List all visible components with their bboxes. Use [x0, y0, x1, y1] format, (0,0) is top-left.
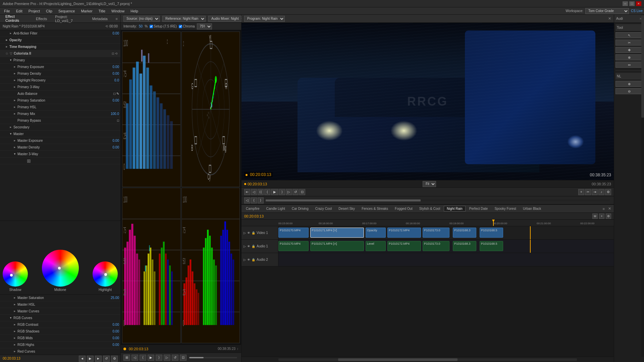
source-mark-out[interactable]: ▷	[164, 355, 170, 361]
left-loop-btn[interactable]: ↺	[103, 356, 110, 362]
effect-row-opacity[interactable]: ► Opacity	[0, 37, 120, 44]
menu-edit[interactable]: Edit	[13, 8, 25, 14]
source-progress-bar[interactable]	[189, 357, 237, 358]
chroma-checkbox[interactable]: Chroma	[179, 24, 195, 28]
effect-row-highlight-recovery[interactable]: ► Highlight Recovery 0.0	[0, 77, 120, 84]
seq-tab-car[interactable]: Car Driving	[289, 206, 312, 212]
setup-check[interactable]	[150, 25, 153, 28]
tl-add-marker[interactable]: M	[592, 214, 598, 219]
pgm-step-out-btn[interactable]: ⇤	[244, 189, 250, 195]
pgm-add-track-btn[interactable]: +	[578, 189, 584, 195]
effect-row-rgb-contrast[interactable]: ► RGB Contrast 0.00	[0, 321, 120, 328]
zoom-dropdown[interactable]: 75%	[197, 23, 212, 29]
pgm-scrubbar[interactable]	[266, 199, 610, 201]
cs-live-label[interactable]: CS Live	[631, 9, 643, 13]
source-loop[interactable]: ↺	[172, 355, 178, 361]
seq-tab-fences[interactable]: Fences & Streaks	[359, 206, 391, 212]
clip-p1010173a[interactable]: P1010173.0	[423, 241, 449, 251]
pgm-next2-btn[interactable]: ⟩	[258, 197, 264, 203]
clip-p1010172v[interactable]: P1010172.MP4	[387, 228, 421, 238]
tab-project[interactable]: Project: LD_vol1_7	[52, 14, 87, 23]
left-play-btn[interactable]: ▶	[87, 356, 94, 362]
pgm-prev-btn[interactable]: ⟨⟨	[258, 189, 264, 195]
pgm-in2-btn[interactable]: ◁	[244, 197, 250, 203]
seq-tab-desert[interactable]: Desert Sky	[335, 206, 358, 212]
clip-p1010168-5v[interactable]: P1010168.5	[480, 228, 503, 238]
grid-icon[interactable]: ⊞	[13, 158, 31, 164]
video-track-lock[interactable]: 🔒	[252, 231, 255, 235]
effect-row-rgb-highs[interactable]: ► RGB Highs 0.00	[0, 342, 120, 348]
audio2-toggle[interactable]: ▷	[244, 258, 246, 261]
source-timecode[interactable]: 00:20:03:13	[126, 347, 151, 351]
seq-tab-candle[interactable]: Candle Light	[263, 206, 288, 212]
effect-row-primary-mix[interactable]: ► Primary Mix 100.0	[0, 111, 120, 117]
clip-p1010173v[interactable]: P1010173.0	[423, 228, 449, 238]
pgm-next-step-btn[interactable]: ⟩	[279, 189, 285, 195]
colorista-icons[interactable]: ⊡ ⟲	[112, 52, 118, 55]
program-dropdown[interactable]: Program: Night Rain	[244, 16, 285, 22]
seq-tab-spooky[interactable]: Spooky Forest	[491, 206, 519, 212]
pgm-in-btn[interactable]: ◁	[251, 189, 257, 195]
effect-row-primary-3way[interactable]: ► Primary 3-Way	[0, 84, 120, 90]
effect-row-grid[interactable]: ⊞	[0, 158, 120, 164]
effect-row-master-density[interactable]: ► Master Density 0.00	[0, 144, 120, 151]
effect-row-primary-sat[interactable]: ► Primary Saturation 0.00	[0, 97, 120, 104]
toolbar-select-tool[interactable]: ↖	[615, 32, 643, 38]
effect-row-antiflicker[interactable]: ► Anti-flicker Filter 0.00	[0, 30, 120, 37]
seq-tab-crazy[interactable]: Crazy Cool	[312, 206, 335, 212]
effect-row-rgb-mids[interactable]: ► RGB Mids 0.00	[0, 335, 120, 342]
tl-add-track[interactable]: +	[599, 214, 604, 219]
pgm-back-btn[interactable]: ⟨	[251, 197, 257, 203]
tab-effect-controls[interactable]: Effect Controls	[3, 14, 31, 24]
audio-mixer-dropdown[interactable]: Audio Mixer: Night	[208, 16, 246, 22]
reference-dropdown[interactable]: Reference: Night Rain	[162, 16, 206, 22]
pgm-export-btn[interactable]: ⇥	[592, 189, 598, 195]
setup-checkbox[interactable]: Setup (7.5 IRE)	[150, 24, 177, 28]
clip-p1010168-3a[interactable]: P1010168.3	[453, 241, 476, 251]
effect-row-master-exposure[interactable]: ► Master Exposure 0.00	[0, 137, 120, 144]
tab-effects[interactable]: Effects	[33, 16, 50, 21]
effect-row-auto-balance[interactable]: Auto Balance □ ✎	[0, 90, 120, 97]
maximize-button[interactable]: □	[629, 1, 635, 6]
clip-level[interactable]: Level	[366, 241, 386, 251]
workspace-dropdown[interactable]: Tom Color Grade	[585, 8, 629, 14]
video-track-content[interactable]: P1010170.MP4 P1010171.MP4 [V] Opacity P1…	[278, 226, 614, 239]
clip-opacity[interactable]: Opacity	[366, 228, 386, 238]
pgm-loop-btn[interactable]: ↺	[292, 189, 299, 195]
midtone-wheel[interactable]	[42, 250, 79, 287]
audio1-lock[interactable]: 🔒	[252, 245, 255, 248]
left-prev-btn[interactable]: ◄	[79, 356, 86, 362]
clip-p1010170v[interactable]: P1010170.MP4	[278, 228, 309, 238]
left-next-btn[interactable]: ►	[95, 356, 102, 362]
pgm-trim-btn[interactable]: ✂	[585, 189, 591, 195]
source-dropdown[interactable]: Source: (no clips)	[123, 16, 160, 22]
horizontal-scrollbar[interactable]	[278, 358, 577, 361]
source-mark-in[interactable]: ◁	[131, 355, 138, 361]
source-play-btn[interactable]: ▶	[148, 355, 154, 361]
menu-project[interactable]: Project	[26, 8, 43, 14]
pgm-out-btn[interactable]: ▷	[286, 189, 292, 195]
toolbar-slip-tool[interactable]: ⇔	[615, 62, 643, 68]
source-safe-margins[interactable]: ⊡	[180, 355, 186, 361]
toolbar-zoom-tool[interactable]: ⊕	[615, 54, 643, 60]
highlight-dot[interactable]	[104, 273, 107, 276]
effect-row-master-3way[interactable]: ▼ Master 3-Way	[0, 151, 120, 158]
shadow-wheel[interactable]	[3, 261, 28, 287]
pgm-play-btn[interactable]: ▶	[271, 189, 278, 195]
seq-tab-stylish[interactable]: Stylish & Cool	[416, 206, 443, 212]
effect-row-rgb-shadows[interactable]: ► RGB Shadows 0.00	[0, 328, 120, 335]
effect-row-master[interactable]: ▼ Master	[0, 131, 120, 137]
toolbar-razor-tool[interactable]: ✂	[615, 40, 643, 46]
seq-tab-campfire[interactable]: Campfire	[243, 206, 263, 212]
reset-icon[interactable]: ⟲	[105, 24, 108, 28]
scrollbar-thumb[interactable]	[338, 358, 458, 361]
clip-p1010171v[interactable]: P1010171.MP4 [V]	[310, 228, 364, 238]
seq-tab-urban[interactable]: Urban Black	[520, 206, 544, 212]
minimize-button[interactable]: ─	[623, 1, 628, 6]
seq-tab-perfect[interactable]: Perfect Date	[466, 206, 491, 212]
left-settings-btn[interactable]: ⚙	[111, 356, 118, 362]
scope-info-icon[interactable]: ↕	[237, 347, 238, 351]
program-tc-display[interactable]: 00:20:03:13	[248, 182, 267, 186]
right-scroll-thumb[interactable]	[641, 15, 644, 118]
clip-p1010170a[interactable]: P1010170.MP4	[278, 241, 309, 251]
